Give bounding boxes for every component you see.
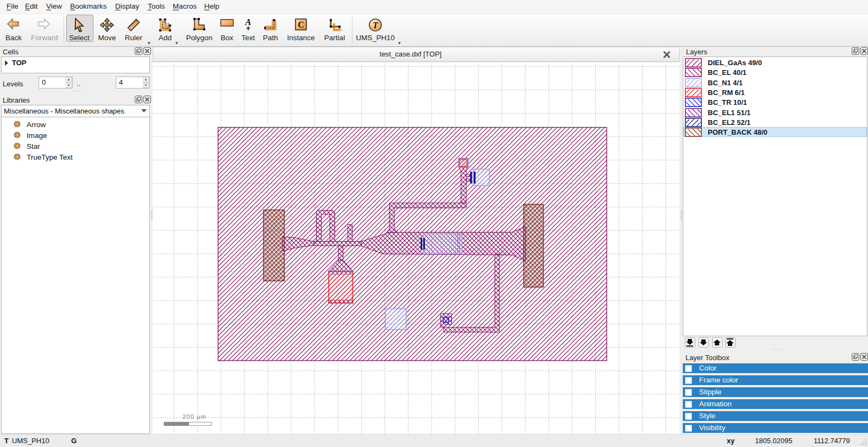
svg-text:A: A [244, 18, 251, 27]
svg-text:T: T [373, 21, 379, 30]
svg-text:200 µm: 200 µm [183, 413, 206, 420]
svg-text:C: C [298, 20, 304, 29]
